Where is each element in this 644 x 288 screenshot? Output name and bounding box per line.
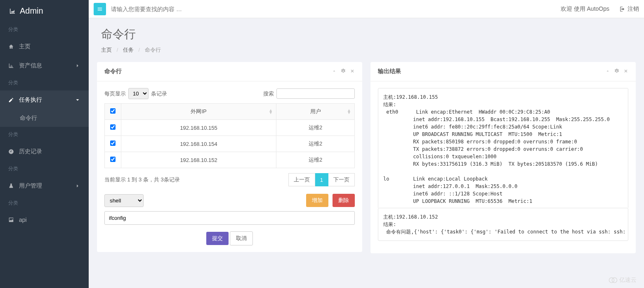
add-button[interactable]: 增加 — [306, 194, 328, 207]
select-all-checkbox[interactable] — [110, 108, 116, 114]
row-checkbox[interactable] — [110, 124, 116, 130]
col-ip: 外网IP▲▼ — [121, 104, 276, 120]
nav-section-label: 分类 — [0, 195, 89, 211]
per-page-select[interactable]: 10 — [128, 88, 149, 99]
sidebar-item-label: 历史记录 — [19, 148, 42, 155]
global-search-input[interactable] — [106, 3, 561, 15]
sidebar-item-label: api — [19, 217, 27, 223]
host-table: 外网IP▲▼ 用户▲▼ 192.168.10.155 运维2 192.168.1… — [104, 103, 355, 168]
close-icon[interactable] — [623, 68, 628, 75]
submit-button[interactable]: 提交 — [206, 232, 229, 245]
breadcrumb-tasks[interactable]: 任务 — [123, 47, 134, 53]
sidebar-item-label: 资产信息 — [19, 62, 42, 69]
page-header: 命令行 主页 / 任务 / 命令行 — [89, 18, 644, 62]
breadcrumb-current: 命令行 — [145, 47, 161, 53]
menu-icon — [97, 6, 103, 12]
output-panel: 输出结果 主机:192.168.10.155 结果: eth0 Link enc… — [370, 62, 636, 253]
page-1-button[interactable]: 1 — [315, 173, 328, 186]
sidebar-item-资产信息[interactable]: 资产信息 — [0, 56, 89, 75]
edit-icon — [8, 97, 14, 103]
page-prev-button[interactable]: 上一页 — [288, 173, 315, 186]
panel-tools — [605, 68, 628, 75]
output-panel-title: 输出结果 — [378, 68, 401, 75]
table-row: 192.168.10.154 运维2 — [105, 136, 355, 152]
page-next-button[interactable]: 下一页 — [328, 173, 355, 186]
clock-icon — [8, 149, 14, 155]
table-info: 当前显示 1 到 3 条，共 3条记录 — [104, 176, 180, 183]
table-search-label: 搜索 — [263, 90, 274, 98]
sidebar-item-主页[interactable]: 主页 — [0, 37, 89, 56]
cell-ip: 192.168.10.155 — [121, 120, 276, 136]
collapse-icon[interactable] — [332, 68, 337, 75]
sort-icon[interactable]: ▲▼ — [269, 109, 273, 114]
picture-icon — [8, 217, 14, 223]
sidebar-item-用户管理[interactable]: 用户管理 — [0, 176, 89, 195]
flask-icon — [8, 183, 14, 189]
command-panel: 命令行 每页显示 10 条记录 搜索 — [97, 62, 362, 252]
cell-user: 运维2 — [276, 136, 355, 152]
pagination: 上一页 1 下一页 — [288, 173, 355, 186]
brand-text: Admin — [20, 6, 43, 16]
sidebar: Admin 分类 主页 资产信息 分类 任务执行 命令行分类 历史记录 分类 用… — [0, 0, 89, 288]
main: 欢迎 使用 AutoOps 注销 命令行 主页 / 任务 / 命令行 命令行 — [89, 0, 644, 288]
chart-area-icon — [8, 8, 17, 14]
cancel-button[interactable]: 取消 — [230, 231, 253, 245]
per-page-suffix: 条记录 — [151, 90, 167, 98]
sidebar-item-任务执行[interactable]: 任务执行 — [0, 90, 89, 109]
settings-icon[interactable] — [614, 68, 619, 75]
sidebar-item-label: 用户管理 — [19, 182, 42, 190]
brand-logo[interactable]: Admin — [0, 0, 89, 22]
logout-label: 注销 — [627, 5, 639, 13]
nav-section-label: 分类 — [0, 22, 89, 37]
delete-button[interactable]: 删除 — [333, 194, 355, 207]
page-title: 命令行 — [101, 26, 632, 42]
nav-section-label: 分类 — [0, 75, 89, 90]
welcome-text: 欢迎 使用 AutoOps — [561, 5, 609, 13]
sidebar-item-label: 任务执行 — [19, 96, 42, 104]
chart-icon — [8, 63, 14, 69]
command-type-select[interactable]: shell — [104, 194, 144, 207]
sidebar-toggle-button[interactable] — [94, 3, 106, 15]
sidebar-subitem-命令行[interactable]: 命令行 — [0, 109, 89, 127]
nav-section-label: 分类 — [0, 127, 89, 142]
output-result-1: 主机:192.168.10.155 结果: eth0 Link encap:Et… — [378, 88, 628, 208]
cell-ip: 192.168.10.154 — [121, 136, 276, 152]
sidebar-item-历史记录[interactable]: 历史记录 — [0, 142, 89, 161]
table-row: 192.168.10.155 运维2 — [105, 120, 355, 136]
table-search-input[interactable] — [276, 88, 355, 99]
col-user: 用户▲▼ — [276, 104, 355, 120]
settings-icon[interactable] — [341, 68, 346, 75]
panel-tools — [332, 68, 355, 75]
breadcrumb: 主页 / 任务 / 命令行 — [101, 46, 632, 54]
logout-icon — [619, 6, 625, 12]
sidebar-item-api[interactable]: api — [0, 211, 89, 229]
table-row: 192.168.10.152 运维2 — [105, 152, 355, 168]
sidebar-item-label: 主页 — [19, 43, 31, 50]
cell-ip: 192.168.10.152 — [121, 152, 276, 168]
close-icon[interactable] — [350, 68, 355, 75]
logout-button[interactable]: 注销 — [619, 5, 639, 13]
row-checkbox[interactable] — [110, 157, 116, 162]
nav-section-label: 分类 — [0, 161, 89, 176]
cell-user: 运维2 — [276, 120, 355, 136]
breadcrumb-home[interactable]: 主页 — [101, 47, 112, 53]
cell-user: 运维2 — [276, 152, 355, 168]
row-checkbox[interactable] — [110, 140, 116, 146]
output-result-2: 主机:192.168.10.152 结果: 命令有问题,{'host': {'t… — [378, 208, 628, 241]
home-icon — [8, 44, 14, 50]
sort-icon[interactable]: ▲▼ — [347, 109, 351, 114]
command-panel-title: 命令行 — [104, 68, 122, 75]
command-input[interactable] — [104, 211, 355, 225]
collapse-icon[interactable] — [605, 68, 610, 75]
topbar: 欢迎 使用 AutoOps 注销 — [89, 0, 644, 18]
per-page-prefix: 每页显示 — [104, 90, 126, 98]
